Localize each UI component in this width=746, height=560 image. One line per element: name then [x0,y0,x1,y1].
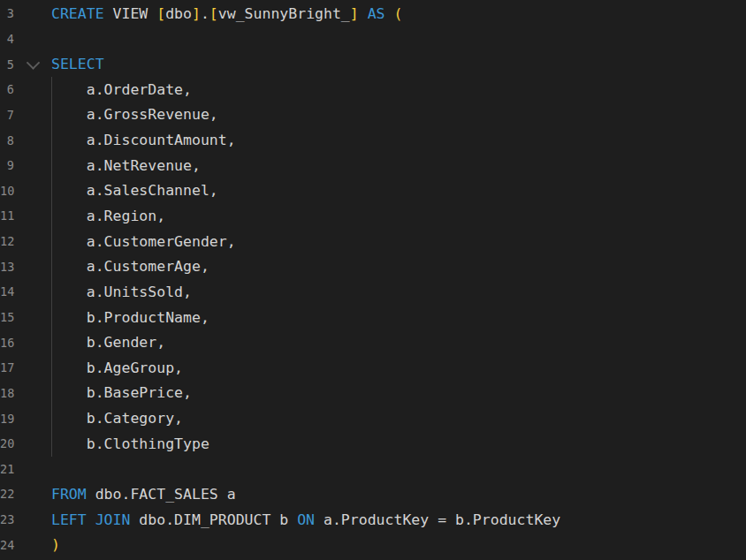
code-text [51,457,746,482]
code-line[interactable]: 17 b.AgeGroup, [0,355,746,381]
line-number: 7 [0,108,14,122]
fold-column [14,178,51,203]
code-token: a.GrossRevenue, [51,106,218,123]
line-number: 24 [0,538,14,552]
code-line[interactable]: 13 a.CustomerAge, [0,254,746,279]
code-token: b.BasePrice, [51,384,192,401]
code-line[interactable]: 23 LEFT JOIN dbo.DIM_PRODUCT b ON a.Prod… [0,507,746,533]
code-line[interactable]: 20 b.ClothingType [0,431,746,457]
line-number: 22 [0,487,14,501]
fold-column [14,102,51,128]
code-line[interactable]: 12 a.CustomerGender, [0,229,746,254]
chevron-down-icon[interactable] [26,56,40,70]
code-line[interactable]: 18 b.BasePrice, [0,381,746,406]
code-text [51,26,746,52]
code-text: a.DiscountAmount, [51,127,746,153]
line-number: 15 [0,310,14,324]
code-line[interactable]: 3 CREATE VIEW [dbo].[vw_SunnyBright_] AS… [0,1,746,26]
line-number: 17 [0,360,14,375]
code-token: a.DiscountAmount, [51,132,236,148]
code-line[interactable]: 6 a.OrderDate, [0,77,746,102]
fold-column [14,153,51,178]
code-token: b.Category, [51,410,183,427]
line-number: 10 [0,184,14,198]
code-line[interactable]: 5 SELECT [0,51,746,77]
line-number: 6 [0,82,14,96]
code-token: a.SalesChannel, [51,182,218,199]
code-text: SELECT [51,51,746,77]
fold-column [14,203,51,229]
code-text: a.GrossRevenue, [51,102,746,128]
code-line[interactable]: 24 ) [0,532,746,557]
line-number: 20 [0,436,14,450]
code-token: b.AgeGroup, [51,359,183,376]
code-text: a.Region, [51,203,746,229]
code-token [87,511,95,528]
code-token: a.UnitsSold, [51,284,192,300]
fold-column [14,431,51,457]
line-number: 9 [0,158,14,172]
code-token: b.ProductName, [51,309,209,326]
code-text: a.CustomerGender, [51,229,746,254]
code-text: ) [51,532,746,557]
code-line[interactable]: 16 b.Gender, [0,329,746,355]
code-token [148,5,156,22]
code-text: FROM dbo.FACT_SALES a [51,481,746,507]
code-token: FROM [51,486,87,503]
fold-column [14,507,51,533]
code-line[interactable]: 22 FROM dbo.FACT_SALES a [0,481,746,507]
line-number: 8 [0,133,14,148]
code-token: a.OrderDate, [51,81,192,98]
line-number: 14 [0,284,14,299]
line-number: 12 [0,234,14,248]
code-token: a.CustomerGender, [51,233,236,250]
code-token: a.Region, [51,208,165,224]
code-line[interactable]: 10 a.SalesChannel, [0,178,746,203]
code-token: a.CustomerAge, [51,258,209,275]
code-token: CREATE [51,5,104,22]
code-text: b.BasePrice, [51,381,746,406]
code-editor[interactable]: 3 CREATE VIEW [dbo].[vw_SunnyBright_] AS… [0,0,746,560]
code-text: a.OrderDate, [51,77,746,102]
fold-column [14,481,51,507]
line-number: 11 [0,208,14,223]
code-line[interactable]: 14 a.UnitsSold, [0,279,746,305]
line-number: 13 [0,260,14,274]
code-line[interactable]: 8 a.DiscountAmount, [0,127,746,153]
code-text: b.Gender, [51,329,746,355]
code-line[interactable]: 19 b.Category, [0,405,746,431]
code-line[interactable]: 21 [0,457,746,482]
code-token: SELECT [51,56,104,72]
code-token: b.Gender, [51,334,165,351]
code-token: [ [156,5,165,22]
code-text: b.AgeGroup, [51,355,746,381]
code-token [385,5,394,22]
code-line[interactable]: 15 b.ProductName, [0,305,746,330]
code-token: [ [209,5,218,22]
code-token [104,5,113,22]
code-line[interactable]: 9 a.NetRevenue, [0,153,746,178]
code-text: b.ProductName, [51,305,746,330]
fold-column [14,229,51,254]
code-line[interactable]: 7 a.GrossRevenue, [0,102,746,128]
fold-column [14,355,51,381]
code-text: a.UnitsSold, [51,279,746,305]
code-text: LEFT JOIN dbo.DIM_PRODUCT b ON a.Product… [51,507,746,533]
fold-column [14,77,51,102]
code-text: a.CustomerAge, [51,254,746,279]
code-token: JOIN [95,511,131,528]
code-text: a.NetRevenue, [51,153,746,178]
code-text: b.ClothingType [51,431,746,457]
code-token: ] [350,5,359,22]
line-number: 19 [0,412,14,426]
code-token: . [201,5,209,22]
fold-column [14,51,51,77]
code-line[interactable]: 11 a.Region, [0,203,746,229]
code-line[interactable]: 4 [0,26,746,52]
fold-column [14,329,51,355]
fold-column [14,305,51,330]
code-token: vw_SunnyBright_ [218,5,350,22]
fold-column [14,1,51,26]
fold-column [14,381,51,406]
line-number: 18 [0,386,14,400]
